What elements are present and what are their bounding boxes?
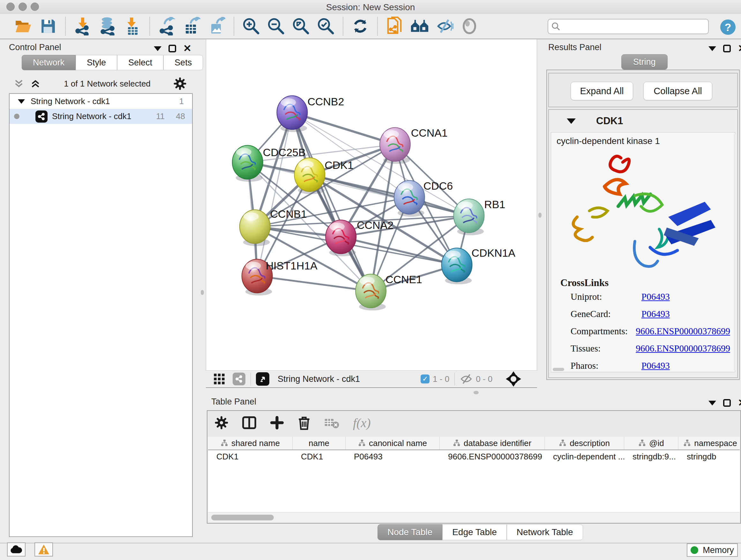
results-hscroll-thumb[interactable]	[553, 368, 564, 371]
table-row[interactable]: CDK1CDK1P064939606.ENSP00000378699cyclin…	[208, 450, 740, 463]
hide-graphics-details-icon[interactable]	[435, 17, 454, 36]
crosslinks-heading: CrossLinks	[560, 277, 609, 289]
zoom-selected-icon[interactable]	[317, 17, 335, 36]
string-import-icon[interactable]	[386, 17, 404, 36]
search-input[interactable]	[548, 19, 709, 34]
network-node-CCNB1[interactable]: CCNB1	[240, 208, 307, 246]
network-node-CDKN1A[interactable]: CDKN1A	[442, 247, 516, 285]
zoom-out-icon[interactable]	[267, 17, 285, 36]
network-tree: String Network - cdk1 1 String Network -…	[9, 93, 193, 537]
collapse-all-tree-icon[interactable]	[13, 78, 24, 89]
table-cell[interactable]: stringdb	[678, 452, 740, 462]
expand-all-button[interactable]: Expand All	[570, 82, 633, 100]
column-header-canonical-name[interactable]: canonical name	[346, 437, 440, 449]
collapse-all-button[interactable]: Collapse All	[643, 82, 712, 100]
table-cell[interactable]: CDK1	[208, 452, 293, 462]
network-node-CDC6[interactable]: CDC6	[394, 180, 453, 217]
right-splitter-handle[interactable]	[538, 212, 542, 218]
network-collection-row[interactable]: String Network - cdk1 1	[10, 94, 192, 109]
panel-menu-icon[interactable]	[709, 401, 716, 406]
panel-float-icon[interactable]	[169, 45, 176, 52]
left-splitter-handle[interactable]	[201, 290, 204, 295]
table-cell[interactable]: P06493	[346, 452, 440, 462]
crosslink-link[interactable]: P06493	[642, 309, 670, 319]
network-row[interactable]: String Network - cdk1 11 48	[10, 109, 192, 124]
detach-view-icon[interactable]	[256, 372, 269, 386]
panel-close-icon[interactable]: ✕	[183, 45, 192, 52]
show-columns-icon[interactable]	[242, 415, 257, 430]
crosslink-link[interactable]: P06493	[642, 361, 670, 371]
table-cell[interactable]: 9606.ENSP00000378699	[440, 452, 545, 462]
show-graphics-details-icon[interactable]	[460, 17, 479, 36]
column-header-description[interactable]: description	[545, 437, 624, 449]
network-canvas[interactable]: CCNB2CCNA1CDC25BCDK1CDC6RB1CCNB1CCNA2CDK…	[206, 39, 537, 370]
export-image-icon[interactable]	[207, 17, 226, 36]
network-node-CDK1[interactable]: CDK1	[294, 158, 353, 194]
tab-network-table[interactable]: Network Table	[507, 524, 583, 540]
warnings-button[interactable]	[35, 543, 53, 557]
panel-float-icon[interactable]	[723, 45, 731, 52]
panel-menu-icon[interactable]	[709, 46, 716, 51]
protein-card-header[interactable]: CDK1	[548, 111, 738, 131]
tab-edge-table[interactable]: Edge Table	[442, 524, 507, 540]
export-network-icon[interactable]	[158, 17, 176, 36]
table-hscrollbar[interactable]	[208, 512, 740, 522]
results-scrollbar[interactable]	[734, 134, 737, 370]
network-node-CCNE1[interactable]: CCNE1	[355, 273, 422, 311]
table-cell[interactable]: cyclin-dependent ...	[545, 452, 624, 462]
tab-string[interactable]: String	[621, 54, 668, 70]
import-network-file-icon[interactable]	[73, 17, 92, 36]
home-networks-icon[interactable]	[410, 17, 429, 36]
network-node-HIST1H1A[interactable]: HIST1H1A	[242, 259, 318, 296]
network-edge[interactable]	[292, 113, 395, 145]
column-header--id[interactable]: @id	[624, 437, 678, 449]
panel-float-icon[interactable]	[723, 399, 731, 407]
delete-column-trash-icon[interactable]	[297, 415, 311, 430]
network-options-gear-icon[interactable]	[174, 77, 186, 90]
panel-menu-icon[interactable]	[154, 46, 161, 51]
table-options-gear-icon[interactable]	[214, 416, 228, 430]
collapse-section-icon[interactable]	[567, 118, 576, 124]
help-icon[interactable]: ?	[720, 19, 736, 37]
import-network-database-icon[interactable]	[98, 17, 117, 36]
horizontal-splitter-handle[interactable]	[474, 391, 479, 394]
tab-style[interactable]: Style	[76, 55, 117, 70]
network-node-CCNA1[interactable]: CCNA1	[380, 127, 448, 164]
tab-node-table[interactable]: Node Table	[378, 524, 442, 540]
open-session-icon[interactable]	[14, 17, 32, 36]
export-table-icon[interactable]	[183, 17, 201, 36]
network-graph[interactable]: CCNB2CCNA1CDC25BCDK1CDC6RB1CCNB1CCNA2CDK…	[206, 39, 537, 370]
tree-expand-icon[interactable]	[18, 99, 25, 104]
cloud-status-button[interactable]	[7, 543, 25, 557]
zoom-fit-icon[interactable]	[292, 17, 310, 36]
save-session-icon[interactable]	[39, 17, 57, 36]
memory-button[interactable]: Memory	[687, 543, 738, 557]
share-view-icon[interactable]	[232, 373, 246, 385]
table-cell[interactable]: stringdb:9...	[624, 452, 678, 462]
network-edge[interactable]	[257, 276, 371, 291]
panel-close-icon[interactable]: ✕	[738, 45, 741, 52]
crosslink-link[interactable]: 9606.ENSP00000378699	[636, 326, 730, 336]
table-hscroll-thumb[interactable]	[211, 515, 274, 520]
apply-layout-icon[interactable]	[351, 17, 369, 36]
column-header-name[interactable]: name	[293, 437, 346, 449]
create-column-plus-icon[interactable]	[270, 416, 284, 430]
zoom-in-icon[interactable]	[242, 17, 260, 36]
crosslink-link[interactable]: P06493	[642, 292, 670, 302]
column-header-namespace[interactable]: namespace	[678, 437, 740, 449]
panel-close-icon[interactable]: ✕	[738, 399, 741, 407]
table-cell[interactable]: CDK1	[293, 452, 346, 462]
selected-items-checkbox-icon[interactable]: ✓	[421, 374, 429, 383]
expand-all-tree-icon[interactable]	[30, 78, 41, 89]
grid-view-icon[interactable]	[213, 373, 226, 385]
birds-eye-view-icon[interactable]	[506, 371, 521, 387]
column-header-database-identifier[interactable]: database identifier	[440, 437, 545, 449]
import-table-file-icon[interactable]	[123, 17, 142, 36]
network-node-RB1[interactable]: RB1	[454, 198, 506, 235]
current-network-dot-icon	[14, 114, 19, 119]
tab-select[interactable]: Select	[117, 55, 163, 70]
crosslink-link[interactable]: 9606.ENSP00000378699	[636, 343, 730, 354]
tab-network[interactable]: Network	[22, 55, 76, 70]
column-header-shared-name[interactable]: shared name	[208, 437, 293, 449]
tab-sets[interactable]: Sets	[163, 55, 203, 70]
